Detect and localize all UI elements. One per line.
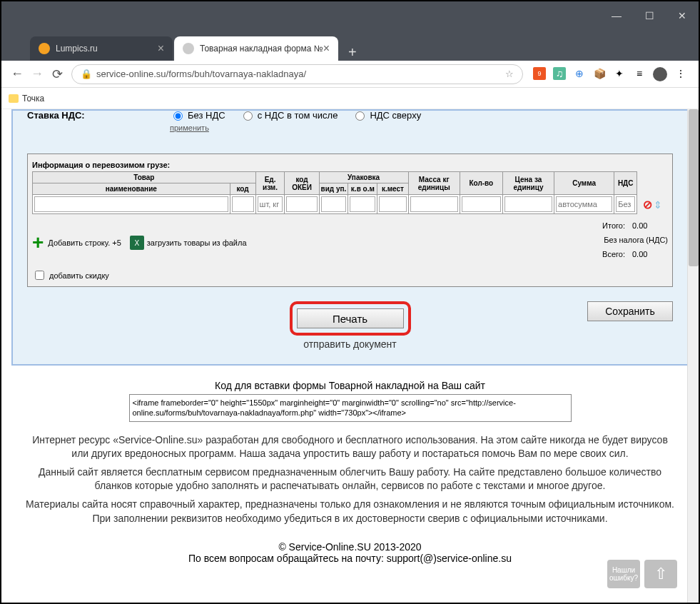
radio-input[interactable] [173,111,183,121]
avatar-icon[interactable] [653,67,667,81]
discount-checkbox[interactable] [35,271,44,280]
tab-close-icon[interactable]: × [323,42,330,55]
vat-option-with-vat[interactable]: с НДС в том числе [240,109,338,121]
th-name: наименование [33,183,230,195]
ext-icon-5[interactable]: ≡ [633,67,646,80]
copyright-text: © Service-Online.SU 2013-2020 [11,541,689,553]
input-okei[interactable] [286,196,317,212]
th-product: Товар [33,172,256,183]
itogo-label: Итого: [602,221,625,230]
print-button[interactable]: Печать [297,308,404,328]
embed-title: Код для вставки формы Товарной накладной… [11,380,689,391]
table-row: ⊘ ⇕ [33,195,669,214]
th-unit: Ед. изм. [255,172,285,195]
th-okei: код ОКЕИ [285,172,319,195]
input-pack-places[interactable] [379,196,406,212]
vat-row: Ставка НДС: Без НДС с НДС в том числе НД… [27,109,673,121]
th-price: Цена за единицу [502,172,554,195]
input-code[interactable] [232,196,254,212]
extension-icons: 9 ♫ ⊕ 📦 ✦ ≡ ⋮ [527,67,693,81]
tab-tovarnaya[interactable]: Товарная накладная форма № × [174,36,338,61]
star-icon[interactable]: ☆ [505,69,514,79]
footer-p3: Материалы сайта носят справочный характе… [26,498,674,525]
send-document-link[interactable]: отправить документ [290,338,411,350]
window-controls: — ☐ ✕ [600,1,699,30]
radio-input[interactable] [243,111,253,121]
form-panel: Ставка НДС: Без НДС с НДС в том числе НД… [11,109,689,366]
copyright: © Service-Online.SU 2013-2020 По всем во… [11,541,689,564]
th-nds: НДС [614,172,637,195]
ext-icon-4[interactable]: 📦 [593,67,606,80]
embed-section: Код для вставки формы Товарной накладной… [11,380,689,422]
new-tab-button[interactable]: + [340,44,365,61]
ext-icon-3[interactable]: ⊕ [573,67,586,80]
address-bar: ← → ⟳ 🔒 service-online.su/forms/buh/tova… [1,61,699,88]
vat-label: Ставка НДС: [27,110,170,121]
vertical-scrollbar[interactable] [687,109,699,603]
titlebar: — ☐ ✕ [1,1,699,33]
minimize-button[interactable]: — [600,1,633,30]
browser-tabs: Lumpics.ru × Товарная накладная форма № … [1,33,699,61]
th-pack-type: вид уп. [319,183,348,195]
cargo-table: Товар Ед. изм. код ОКЕИ Упаковка Масса к… [32,171,668,214]
ext-icon-1[interactable]: 9 [533,67,546,80]
url-text: service-online.su/forms/buh/tovarnaya-na… [96,69,306,79]
embed-code-box[interactable]: <iframe frameborder="0" height="1550px" … [129,394,572,422]
th-qty: Кол-во [460,172,502,195]
input-unit[interactable] [258,196,283,212]
vat-option-no-vat[interactable]: Без НДС [170,109,225,121]
report-error-button[interactable]: Нашли ошибку? [607,560,640,588]
totals: Итого:0.00 Без налога (НДС) Всего:0.00 [602,221,668,264]
scroll-top-button[interactable]: ⇧ [644,560,677,588]
vat-radio-group: Без НДС с НДС в том числе НДС сверху [170,109,421,121]
th-code: код [230,183,255,195]
input-mass[interactable] [410,196,458,212]
input-pack-type[interactable] [321,196,347,212]
close-button[interactable]: ✕ [666,1,699,30]
th-sum: Сумма [554,172,614,195]
forward-button[interactable]: → [27,64,47,84]
bookmark-tochka[interactable]: Точка [9,94,44,104]
input-price[interactable] [504,196,552,212]
save-button[interactable]: Сохранить [587,301,673,321]
excel-icon[interactable]: X [130,236,144,250]
cargo-panel: Информация о перевозимом грузе: Товар Ед… [27,153,673,287]
discount-label: добавить скидку [49,271,109,280]
th-package: Упаковка [319,172,408,183]
actions-row: + Добавить строку. +5 X загрузить товары… [32,221,668,264]
radio-input[interactable] [355,111,365,121]
reload-button[interactable]: ⟳ [47,64,67,84]
contact-text: По всем вопросам обращайтесь на почту: s… [11,553,689,564]
puzzle-icon[interactable]: ✦ [613,67,626,80]
lock-icon: 🔒 [81,69,92,79]
load-file-link[interactable]: загрузить товары из файла [147,238,247,247]
input-nds[interactable] [616,196,635,212]
sort-icon[interactable]: ⇕ [654,199,662,211]
plus-icon[interactable]: + [32,231,44,254]
back-button[interactable]: ← [7,64,27,84]
vat-option-vat-top[interactable]: НДС сверху [352,109,421,121]
maximize-button[interactable]: ☐ [633,1,666,30]
url-field[interactable]: 🔒 service-online.su/forms/buh/tovarnaya-… [71,64,523,84]
favicon-icon [39,43,50,54]
input-qty[interactable] [462,196,501,212]
scroll-thumb[interactable] [689,109,699,266]
discount-row: добавить скидку [32,268,668,282]
tab-label: Товарная накладная форма № [200,44,323,54]
delete-icon[interactable]: ⊘ [643,198,652,211]
footer-text: Интернет ресурс «Service-Online.su» разр… [11,422,689,538]
input-pack-in[interactable] [350,196,375,212]
th-actions [637,172,668,195]
tab-close-icon[interactable]: × [158,42,164,55]
ext-icon-2[interactable]: ♫ [553,67,566,80]
menu-icon[interactable]: ⋮ [674,67,687,80]
apply-link[interactable]: применить [170,124,673,132]
input-sum[interactable] [556,196,612,212]
add-row-link[interactable]: Добавить строку. +5 [48,238,121,247]
tab-lumpics[interactable]: Lumpics.ru × [30,36,173,61]
no-tax-label: Без налога (НДС) [602,236,668,244]
button-row: Печать отправить документ Сохранить [27,301,673,350]
input-name[interactable] [34,196,228,212]
folder-icon [9,94,19,103]
print-highlight-box: Печать [290,301,411,336]
